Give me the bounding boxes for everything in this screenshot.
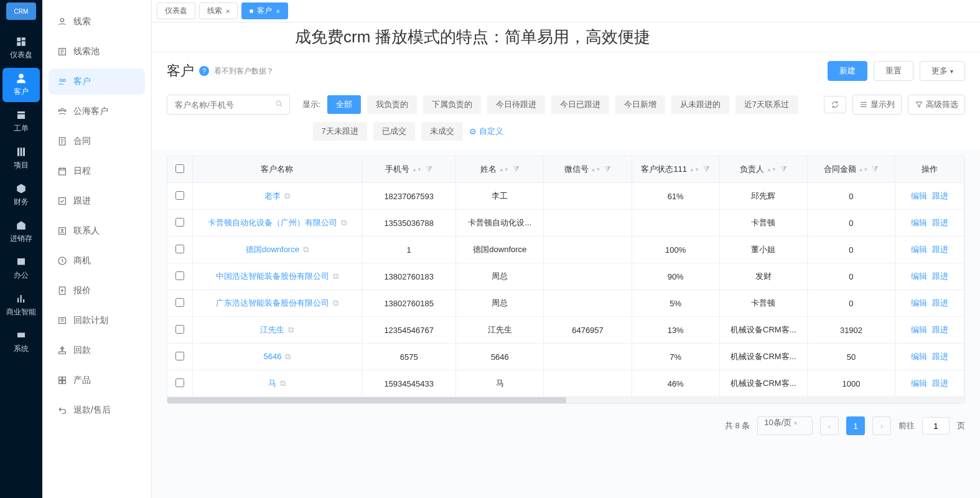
col-contact[interactable]: 姓名▲▼⧩ (456, 156, 544, 183)
copy-icon[interactable]: ⧉ (280, 378, 286, 388)
col-owner[interactable]: 负责人▲▼⧩ (719, 156, 807, 183)
follow-link[interactable]: 跟进 (932, 378, 948, 388)
help-hint[interactable]: 看不到客户数据？ (214, 66, 274, 77)
nav-inventory[interactable]: 进销存 (2, 215, 40, 249)
row-checkbox[interactable] (175, 378, 184, 387)
col-status[interactable]: 客户状态111▲▼⧩ (632, 156, 719, 183)
help-icon[interactable]: ? (199, 66, 209, 76)
columns-button[interactable]: 显示列 (852, 95, 902, 115)
edit-link[interactable]: 编辑 (911, 245, 927, 254)
chip-today-follow[interactable]: 今日待跟进 (487, 95, 545, 114)
sidebar-refund[interactable]: 退款/售后 (49, 397, 145, 423)
col-amount[interactable]: 合同金额▲▼⧩ (807, 156, 895, 183)
customer-name-link[interactable]: 德国downforce (246, 245, 299, 254)
nav-finance[interactable]: 财务 (2, 178, 40, 212)
edit-link[interactable]: 编辑 (911, 352, 927, 361)
close-icon[interactable]: × (276, 7, 279, 15)
filter-icon[interactable]: ⧩ (604, 164, 611, 174)
col-wechat[interactable]: 微信号▲▼⧩ (544, 156, 632, 183)
close-icon[interactable]: × (226, 7, 230, 15)
sidebar-opportunity[interactable]: 商机 (49, 248, 145, 274)
page-1-button[interactable]: 1 (846, 416, 865, 435)
col-name[interactable]: 客户名称 (192, 156, 362, 183)
filter-icon[interactable]: ⧩ (703, 164, 710, 174)
goto-page-input[interactable] (922, 417, 950, 435)
page-size-select[interactable]: 10条/页 ▾ (757, 416, 813, 435)
sidebar-followup[interactable]: 跟进 (49, 188, 145, 214)
sidebar-repayplan[interactable]: 回款计划 (49, 308, 145, 334)
follow-link[interactable]: 跟进 (932, 191, 948, 200)
copy-icon[interactable]: ⧉ (303, 245, 309, 254)
sidebar-quote[interactable]: 报价 (49, 278, 145, 304)
edit-link[interactable]: 编辑 (911, 378, 927, 388)
new-button[interactable]: 新建 (828, 61, 867, 81)
prev-page-button[interactable]: ‹ (820, 416, 839, 435)
chip-all[interactable]: 全部 (327, 95, 361, 114)
sidebar-customer[interactable]: 客户 (49, 68, 145, 95)
nav-project[interactable]: 项目 (2, 141, 40, 176)
follow-link[interactable]: 跟进 (932, 298, 948, 308)
next-page-button[interactable]: › (872, 416, 891, 435)
sidebar-lead[interactable]: 线索 (49, 9, 145, 35)
col-phone[interactable]: 手机号▲▼⧩ (362, 156, 456, 183)
edit-link[interactable]: 编辑 (911, 298, 927, 308)
chip-7d-contact[interactable]: 近7天联系过 (735, 95, 798, 114)
advanced-filter-button[interactable]: 高级筛选 (908, 95, 965, 115)
copy-icon[interactable]: ⧉ (284, 191, 290, 200)
tab-lead[interactable]: 线索× (199, 2, 238, 19)
select-all-checkbox[interactable] (175, 164, 184, 173)
customer-name-link[interactable]: 老李 (264, 191, 281, 200)
sidebar-leadpool[interactable]: 线索池 (49, 39, 145, 65)
copy-icon[interactable]: ⧉ (333, 298, 338, 308)
nav-dashboard[interactable]: 仪表盘 (2, 31, 40, 65)
follow-link[interactable]: 跟进 (932, 218, 948, 227)
row-checkbox[interactable] (175, 245, 184, 253)
chip-sub[interactable]: 下属负责的 (423, 95, 481, 114)
custom-filter-link[interactable]: ⚙自定义 (469, 126, 503, 137)
chip-7d-no[interactable]: 7天未跟进 (313, 122, 367, 141)
follow-link[interactable]: 跟进 (932, 325, 948, 334)
more-button[interactable]: 更多▾ (920, 61, 965, 81)
customer-name-link[interactable]: 5646 (263, 352, 281, 361)
follow-link[interactable]: 跟进 (932, 271, 948, 281)
copy-icon[interactable]: ⧉ (285, 352, 291, 361)
refresh-button[interactable] (824, 96, 846, 113)
edit-link[interactable]: 编辑 (911, 271, 927, 281)
customer-name-link[interactable]: 马 (268, 378, 276, 388)
edit-link[interactable]: 编辑 (911, 191, 927, 200)
filter-icon[interactable]: ⧩ (780, 164, 787, 174)
customer-name-link[interactable]: 卡普顿自动化设备（广州）有限公司 (208, 218, 337, 227)
chip-won[interactable]: 已成交 (373, 122, 415, 141)
copy-icon[interactable]: ⧉ (333, 271, 338, 281)
edit-link[interactable]: 编辑 (911, 218, 927, 227)
row-checkbox[interactable] (175, 298, 184, 307)
nav-bi[interactable]: 商业智能 (2, 288, 40, 322)
tab-dashboard[interactable]: 仪表盘 (157, 2, 195, 19)
sidebar-contact[interactable]: 联系人 (49, 218, 145, 244)
follow-link[interactable]: 跟进 (932, 245, 948, 254)
nav-workorder[interactable]: 工单 (2, 105, 40, 139)
row-checkbox[interactable] (175, 352, 184, 360)
chip-today-new[interactable]: 今日新增 (615, 95, 665, 114)
copy-icon[interactable]: ⧉ (341, 218, 347, 227)
sidebar-product[interactable]: 产品 (49, 367, 145, 393)
sidebar-schedule[interactable]: 日程 (49, 158, 145, 184)
sidebar-contract[interactable]: 合同 (49, 128, 145, 154)
customer-name-link[interactable]: 江先生 (260, 325, 284, 334)
tab-customer[interactable]: 客户× (241, 2, 287, 19)
edit-link[interactable]: 编辑 (911, 325, 927, 334)
sidebar-repay[interactable]: 回款 (49, 337, 145, 364)
chip-lost[interactable]: 未成交 (421, 122, 463, 141)
filter-icon[interactable]: ⧩ (872, 164, 879, 174)
nav-office[interactable]: 办公 (2, 251, 40, 286)
row-checkbox[interactable] (175, 271, 184, 280)
row-checkbox[interactable] (175, 218, 184, 227)
chip-mine[interactable]: 我负责的 (367, 95, 417, 114)
nav-system[interactable]: 系统 (2, 325, 40, 359)
reset-button[interactable]: 重置 (874, 61, 913, 81)
copy-icon[interactable]: ⧉ (288, 325, 294, 334)
customer-name-link[interactable]: 中国浩达智能装备股份有限公司 (216, 271, 329, 281)
follow-link[interactable]: 跟进 (932, 352, 948, 361)
search-input[interactable] (167, 95, 290, 115)
customer-name-link[interactable]: 广东浩达智能装备股份有限公司 (216, 298, 329, 308)
